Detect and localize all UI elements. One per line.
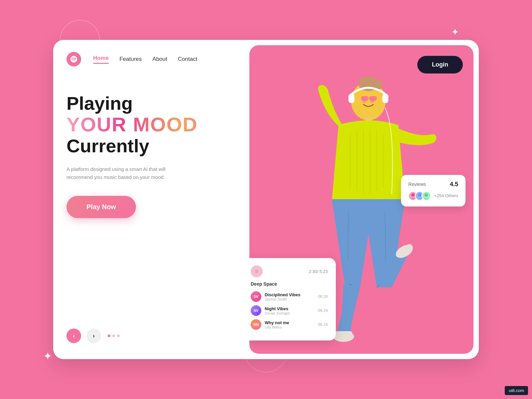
hero-subtitle: A platform designed using a smart Ai tha… <box>66 165 180 181</box>
nav-links: Home Features About Contact <box>93 55 197 64</box>
song-item-1[interactable]: DV Disciplined Vibes Jashon Smith 06:24 <box>251 291 328 302</box>
reviews-header: Reviews 4.5 <box>408 181 458 188</box>
play-now-button[interactable]: Play Now <box>66 196 136 218</box>
song-avatar-2: NV <box>251 305 261 316</box>
song-duration-3: 06:24 <box>318 322 328 327</box>
svg-rect-12 <box>334 331 352 338</box>
reviews-avatars: +254 Others <box>408 191 458 200</box>
nav-home[interactable]: Home <box>93 55 109 64</box>
prev-button[interactable]: ‹ <box>66 329 81 343</box>
reviews-card: Reviews 4.5 +254 Others <box>401 175 466 206</box>
nav-about[interactable]: About <box>152 56 167 63</box>
svg-rect-6 <box>369 96 377 101</box>
song-avatar-1: DV <box>251 291 261 302</box>
song-title-2: Night Vibes <box>265 306 315 311</box>
star-decoration-bottom-left: ✦ <box>43 350 52 362</box>
song-item-3[interactable]: WN Why not me Lilly Willos 06:24 <box>251 319 328 330</box>
pause-button[interactable]: ⏸ <box>251 265 263 277</box>
svg-rect-9 <box>382 94 388 103</box>
star-decoration-top-right: ✦ <box>451 27 459 38</box>
song-duration-2: 06:24 <box>318 308 328 313</box>
watermark: ui8.com <box>505 386 528 395</box>
hero-content: Playing YOUR MOOD Currently A platform d… <box>53 66 249 315</box>
hero-title-line2: YOUR MOOD <box>66 114 236 136</box>
song-artist-2: Denial Joshaph <box>265 311 315 315</box>
svg-point-16 <box>418 193 421 197</box>
song-avatar-3: WN <box>251 319 261 330</box>
dot-1 <box>108 334 110 337</box>
nav-arrows: ‹ › <box>53 315 249 359</box>
others-count: +254 Others <box>434 193 458 198</box>
avatar-3 <box>422 191 431 200</box>
reviews-score: 4.5 <box>450 181 458 188</box>
next-button[interactable]: › <box>86 329 101 343</box>
svg-point-15 <box>411 193 415 197</box>
hero-title-line1: Playing <box>66 93 236 114</box>
song-info-1: Disciplined Vibes Jashon Smith <box>265 292 315 301</box>
song-info-3: Why not me Lilly Willos <box>265 320 315 329</box>
player-card: ⏸ 2:30/ 5:23 Deep Space DV Disciplined V… <box>249 258 336 340</box>
player-top: ⏸ 2:30/ 5:23 <box>251 265 328 277</box>
song-info-2: Night Vibes Denial Joshaph <box>265 306 315 315</box>
song-title-1: Disciplined Vibes <box>265 292 315 297</box>
svg-rect-5 <box>361 96 368 101</box>
song-duration-1: 06:24 <box>318 294 328 299</box>
left-panel: Home Features About Contact Playing YOUR… <box>53 40 249 359</box>
avatar-group <box>408 191 431 200</box>
dot-2 <box>112 334 115 337</box>
logo-icon <box>66 52 81 66</box>
song-artist-3: Lilly Willos <box>265 325 315 329</box>
navbar: Home Features About Contact <box>53 40 249 66</box>
svg-rect-8 <box>348 94 354 103</box>
dot-3 <box>117 334 120 337</box>
track-time: 2:30/ 5:23 <box>309 269 328 274</box>
current-track-name: Deep Space <box>251 281 328 287</box>
song-title-3: Why not me <box>265 320 315 325</box>
reviews-label: Reviews <box>408 182 426 187</box>
song-artist-1: Jashon Smith <box>265 297 315 301</box>
spotify-icon <box>70 55 78 63</box>
right-panel: Login <box>249 45 473 354</box>
pause-icon: ⏸ <box>254 269 259 274</box>
main-card: Home Features About Contact Playing YOUR… <box>53 40 479 359</box>
hero-title-line3: Currently <box>66 136 236 156</box>
nav-dots <box>108 334 120 337</box>
nav-features[interactable]: Features <box>119 56 142 63</box>
svg-point-17 <box>425 193 428 197</box>
nav-contact[interactable]: Contact <box>178 56 198 63</box>
song-item-2[interactable]: NV Night Vibes Denial Joshaph 06:24 <box>251 305 328 316</box>
